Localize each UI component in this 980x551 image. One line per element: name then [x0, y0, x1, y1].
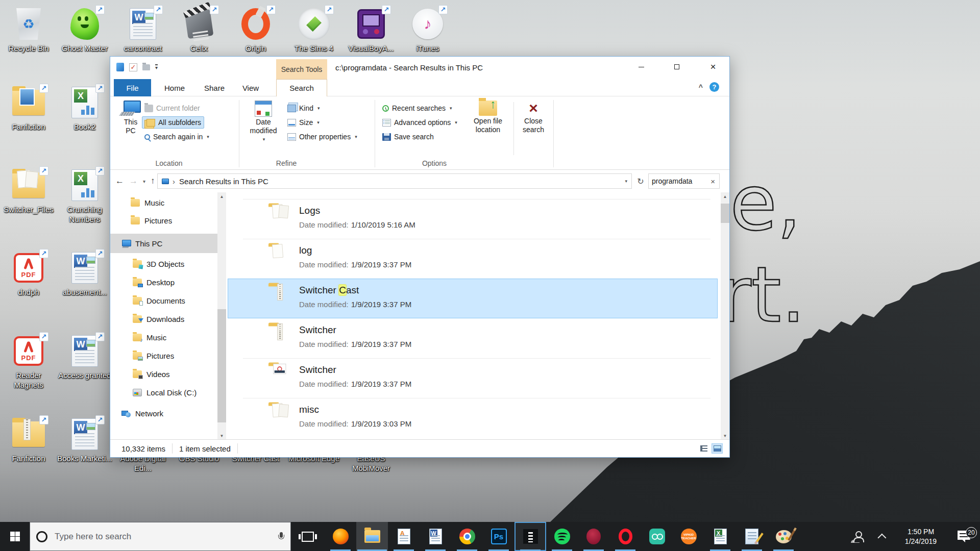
- scroll-up-icon[interactable]: ▲: [721, 192, 729, 201]
- people-button[interactable]: [843, 531, 872, 542]
- details-view-icon[interactable]: [699, 444, 709, 453]
- this-pc-icon[interactable]: [116, 63, 124, 71]
- refresh-icon[interactable]: ↻: [635, 173, 646, 189]
- file-name[interactable]: Switcher Cast: [299, 285, 359, 296]
- action-center-button[interactable]: 20: [947, 531, 980, 542]
- tab-file[interactable]: File: [114, 79, 151, 96]
- taskbar-app-streamlabs[interactable]: [641, 522, 673, 551]
- taskbar-app-paint[interactable]: [768, 522, 799, 551]
- taskbar-app-photoshop[interactable]: Ps: [483, 522, 514, 551]
- search-input[interactable]: programdata ×: [648, 173, 720, 189]
- desktop-icon-ghost-master[interactable]: ↗ Ghost Master: [57, 7, 113, 53]
- desktop-icon-recycle-bin[interactable]: ♻ Recycle Bin: [1, 7, 57, 53]
- sidebar-item-local-disk-c[interactable]: Local Disk (C:): [110, 384, 217, 401]
- tab-search[interactable]: Search: [276, 79, 327, 96]
- task-view-button[interactable]: [291, 522, 325, 551]
- taskbar-app-file-explorer[interactable]: [356, 522, 388, 551]
- search-query[interactable]: programdata: [652, 177, 709, 185]
- clear-search-icon[interactable]: ×: [709, 177, 716, 186]
- file-name[interactable]: Switcher: [299, 324, 336, 336]
- sidebar-scrollbar[interactable]: ▲ ▼: [217, 192, 226, 440]
- size-button[interactable]: Size▾: [285, 116, 322, 129]
- desktop-icon-origin[interactable]: ↗ Origin: [228, 7, 284, 53]
- sidebar-item-music[interactable]: Music: [110, 194, 217, 211]
- tab-home[interactable]: Home: [159, 79, 190, 96]
- file-list-scrollbar[interactable]: ▲ ▼: [721, 192, 729, 440]
- this-pc-scope-button[interactable]: This PC: [116, 99, 145, 136]
- file-row-logs[interactable]: Logs Date modified:1/10/2019 5:16 AM: [228, 199, 718, 239]
- current-folder-button[interactable]: Current folder: [142, 102, 203, 114]
- recent-searches-button[interactable]: Recent searches▾: [380, 102, 455, 114]
- taskbar-app-media-red[interactable]: [578, 522, 609, 551]
- desktop-icon-itunes[interactable]: ♪↗ iTunes: [400, 7, 456, 53]
- up-icon[interactable]: ↑: [151, 176, 155, 186]
- sidebar-item-documents[interactable]: Documents: [110, 292, 217, 309]
- sidebar-item-downloads[interactable]: Downloads: [110, 310, 217, 328]
- tab-share[interactable]: Share: [199, 79, 230, 96]
- desktop-icon-the-sims-4[interactable]: ↗ The Sims 4: [286, 7, 342, 53]
- show-hidden-icons-button[interactable]: [872, 534, 894, 540]
- maximize-button[interactable]: [665, 57, 689, 77]
- customize-qat-icon[interactable]: ▾: [155, 64, 158, 70]
- all-subfolders-button[interactable]: All subfolders: [142, 116, 204, 129]
- desktop-icon-carcontract[interactable]: W↗ carcontract: [115, 7, 171, 53]
- collapse-ribbon-icon[interactable]: ^: [699, 83, 703, 91]
- taskbar-app-firefox[interactable]: [325, 522, 356, 551]
- open-file-location-button[interactable]: Open file location: [468, 99, 508, 135]
- title-bar[interactable]: ✓ ▾ Search Tools c:\programdata - Search…: [110, 57, 729, 79]
- recent-locations-icon[interactable]: ▾: [143, 179, 145, 184]
- advanced-options-button[interactable]: Advanced options▾: [380, 116, 460, 129]
- sidebar-item-pictures[interactable]: Pictures: [110, 212, 217, 229]
- taskbar-app-opera[interactable]: [609, 522, 641, 551]
- close-search-button[interactable]: × Close search: [518, 99, 549, 135]
- taskbar-app-excel[interactable]: X: [704, 522, 736, 551]
- taskbar-search-input[interactable]: Type here to search: [30, 522, 291, 551]
- forward-icon[interactable]: →: [129, 176, 138, 186]
- address-dropdown-icon[interactable]: ▾: [625, 179, 627, 184]
- tab-view[interactable]: View: [236, 79, 265, 96]
- save-search-button[interactable]: Save search: [380, 131, 436, 143]
- taskbar-app-writer[interactable]: A: [388, 522, 420, 551]
- desktop-icon-dndph[interactable]: PDF↗ dndph: [1, 251, 57, 297]
- file-row-switcher-zip[interactable]: Switcher Date modified:1/9/2019 3:37 PM: [228, 318, 718, 358]
- sidebar-item-music-2[interactable]: ♪Music: [110, 329, 217, 346]
- desktop-icon-abusement[interactable]: W↗ abusement...: [57, 251, 113, 297]
- date-modified-button[interactable]: Date modified ▾: [244, 99, 283, 145]
- taskbar-app-notepad[interactable]: [736, 522, 768, 551]
- desktop-icon-celtx[interactable]: ↗ Celtx: [171, 7, 227, 53]
- file-row-log[interactable]: log Date modified:1/9/2019 3:37 PM: [228, 239, 718, 279]
- scroll-up-icon[interactable]: ▲: [217, 192, 226, 201]
- desktop-icon-book2[interactable]: X↗ Book2: [57, 86, 113, 132]
- desktop-icon-crunching-numbers[interactable]: X↗ Crunching Numbers: [57, 168, 113, 224]
- desktop-icon-books-marketing[interactable]: W↗ Books Marketi...: [57, 417, 113, 463]
- taskbar-app-word[interactable]: W: [420, 522, 451, 551]
- new-folder-icon[interactable]: [142, 64, 150, 70]
- desktop-icon-fanfiction-zip[interactable]: ↗ Fanfiction: [1, 417, 57, 463]
- microphone-icon[interactable]: [278, 532, 284, 541]
- start-button[interactable]: [0, 522, 30, 551]
- sidebar-item-desktop[interactable]: Desktop: [110, 273, 217, 291]
- sidebar-item-network[interactable]: Network: [110, 405, 217, 422]
- file-name[interactable]: misc: [299, 404, 319, 415]
- file-name[interactable]: Switcher: [299, 364, 336, 375]
- large-icons-view-icon[interactable]: [712, 444, 722, 453]
- taskbar-app-video[interactable]: [514, 522, 546, 551]
- desktop-icon-access-granted[interactable]: W↗ Access granted: [57, 334, 113, 380]
- breadcrumb[interactable]: › Search Results in This PC ▾: [157, 173, 632, 189]
- search-again-in-button[interactable]: Search again in▾: [142, 131, 212, 143]
- scrollbar-thumb[interactable]: [217, 309, 226, 422]
- properties-icon[interactable]: ✓: [129, 63, 137, 71]
- taskbar-clock[interactable]: 1:50 PM 1/24/2019: [894, 527, 947, 546]
- back-icon[interactable]: ←: [115, 176, 124, 186]
- desktop-icon-fanfiction-folder[interactable]: ↗ Fanfiction: [1, 86, 57, 132]
- file-name[interactable]: log: [299, 245, 312, 256]
- close-button[interactable]: ×: [701, 57, 725, 77]
- file-row-switcher-photo[interactable]: Switcher Date modified:1/9/2019 3:37 PM: [228, 358, 718, 398]
- sidebar-item-pictures-2[interactable]: Pictures: [110, 347, 217, 364]
- taskbar-app-chrome[interactable]: [451, 522, 483, 551]
- kind-button[interactable]: Kind▾: [285, 102, 323, 114]
- desktop-icon-switcher-files[interactable]: ↗ Switcher_Files: [1, 168, 57, 214]
- minimize-button[interactable]: [629, 57, 653, 77]
- file-row-switcher-cast-selected[interactable]: Switcher Cast Date modified:1/9/2019 3:3…: [228, 279, 718, 318]
- sidebar-item-this-pc[interactable]: This PC: [110, 234, 217, 253]
